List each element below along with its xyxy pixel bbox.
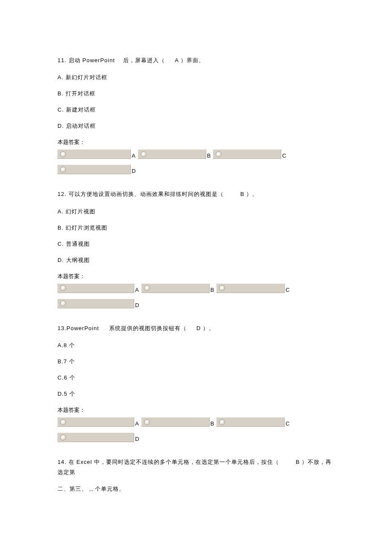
stem-part: 13.PowerPoint — [58, 325, 99, 331]
question-12: 12. 可以方便地设置动画切换、动画效果和排练时间的视图是（ B ）。 A. 幻… — [58, 189, 334, 308]
radio-dot-icon — [216, 151, 222, 157]
radio-dot-icon — [144, 419, 150, 425]
answer-choices: A B C D — [58, 284, 334, 308]
letter-d: D — [131, 168, 138, 174]
radio-a[interactable] — [58, 284, 134, 293]
question-stem: 12. 可以方便地设置动画切换、动画效果和排练时间的视图是（ B ）。 — [58, 189, 334, 199]
letter-a: A — [134, 287, 141, 293]
letter-b: B — [206, 152, 213, 159]
letter-c: C — [281, 152, 288, 159]
option-c: C. 普通视图 — [58, 240, 334, 248]
letter-c: C — [285, 287, 292, 293]
radio-d[interactable] — [58, 299, 134, 308]
stem-part: 系统提供的视图切换按钮有（ — [109, 325, 187, 331]
radio-d[interactable] — [58, 433, 134, 442]
answer-label: 本题答案： — [58, 273, 334, 280]
question-stem-line1: 14. 在 Excel 中，要同时选定不连续的多个单元格，在选定第一个单元格后，… — [58, 457, 334, 477]
stem-answer: B ）。 — [240, 191, 258, 197]
answer-choices: A B C D — [58, 417, 334, 442]
radio-dot-icon — [60, 434, 66, 440]
letter-c: C — [285, 420, 292, 427]
letter-a: A — [134, 420, 141, 427]
letter-b: B — [210, 287, 217, 293]
radio-b[interactable] — [141, 284, 210, 293]
option-a: A. 幻灯片视图 — [58, 208, 334, 216]
radio-c[interactable] — [216, 417, 285, 427]
radio-dot-icon — [141, 151, 147, 157]
stem-answer: D ）。 — [196, 325, 215, 331]
option-c: C. 新建对话框 — [58, 106, 334, 114]
question-stem: 13.PowerPoint 系统提供的视图切换按钮有（ D ）。 — [58, 323, 334, 333]
option-c: C.6 个 — [58, 374, 334, 382]
stem-part: 后，屏幕进入（ — [123, 57, 165, 63]
document-page: 11. 启动 PowerPoint 后，屏幕进入（ A ）界面。 A. 新幻灯片… — [0, 0, 392, 534]
radio-dot-icon — [219, 285, 225, 291]
letter-a: A — [131, 152, 138, 159]
stem-part: 11. 启动 PowerPoint — [58, 57, 115, 63]
answer-label: 本题答案： — [58, 138, 334, 146]
option-d: D. 启动对话框 — [58, 122, 334, 130]
question-14: 14. 在 Excel 中，要同时选定不连续的多个单元格，在选定第一个单元格后，… — [58, 457, 334, 494]
radio-dot-icon — [60, 419, 66, 425]
radio-dot-icon — [144, 285, 150, 291]
answer-label: 本题答案： — [58, 406, 334, 414]
question-stem: 11. 启动 PowerPoint 后，屏幕进入（ A ）界面。 — [58, 55, 334, 65]
option-d: D.5 个 — [58, 390, 334, 398]
radio-b[interactable] — [138, 150, 206, 159]
letter-d: D — [134, 436, 141, 442]
radio-c[interactable] — [216, 284, 285, 293]
question-13: 13.PowerPoint 系统提供的视图切换按钮有（ D ）。 A.8 个 B… — [58, 323, 334, 442]
option-b: B.7 个 — [58, 358, 334, 365]
answer-choices: A B C D — [58, 150, 334, 174]
radio-dot-icon — [60, 285, 66, 291]
radio-a[interactable] — [58, 417, 134, 427]
letter-d: D — [134, 302, 141, 308]
question-stem-line2: 二、第三、 ,, 个单元格。 — [58, 484, 334, 494]
option-b: B. 打开对话框 — [58, 90, 334, 98]
radio-d[interactable] — [58, 165, 131, 174]
radio-dot-icon — [60, 167, 66, 173]
radio-c[interactable] — [213, 150, 281, 159]
radio-a[interactable] — [58, 150, 131, 159]
stem-part: 12. 可以方便地设置动画切换、动画效果和排练时间的视图是（ — [58, 191, 224, 197]
option-a: A.8 个 — [58, 342, 334, 349]
radio-b[interactable] — [141, 417, 210, 427]
stem-answer: A ）界面。 — [175, 57, 205, 63]
radio-dot-icon — [219, 419, 225, 425]
radio-dot-icon — [60, 151, 66, 157]
stem-part: 14. 在 Excel 中，要同时选定不连续的多个单元格，在选定第一个单元格后，… — [58, 459, 279, 465]
radio-dot-icon — [60, 300, 66, 306]
letter-b: B — [210, 420, 217, 427]
question-11: 11. 启动 PowerPoint 后，屏幕进入（ A ）界面。 A. 新幻灯片… — [58, 55, 334, 174]
option-a: A. 新幻灯片对话框 — [58, 74, 334, 81]
option-b: B. 幻灯片浏览视图 — [58, 224, 334, 232]
option-d: D. 大纲视图 — [58, 256, 334, 264]
